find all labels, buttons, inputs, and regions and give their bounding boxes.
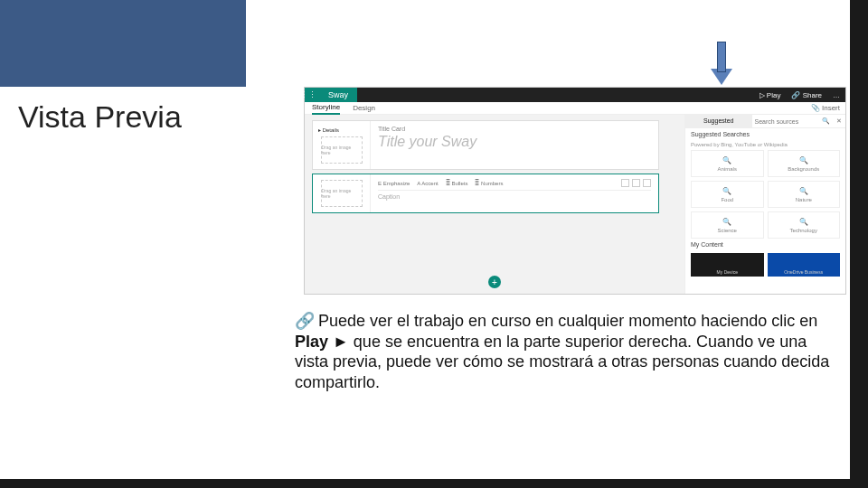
search-icon: 🔍: [722, 218, 731, 226]
sway-tabs: Storyline Design 📎 Insert: [305, 102, 845, 115]
panel-hint: Powered by Bing, YouTube or Wikipedia: [685, 139, 845, 150]
slide: Vista Previa ⋮⋮⋮ Sway ▷ Play 🔗 Share … S…: [0, 0, 850, 479]
suggested-item[interactable]: 🔍Science: [691, 211, 764, 239]
image-dropzone[interactable]: Drag an image here: [321, 136, 363, 164]
brand-label: Sway: [319, 88, 357, 102]
slide-body: 🔗Puede ver el trabajo en curso en cualqu…: [295, 311, 837, 392]
bullets-button[interactable]: ≣ Bullets: [446, 180, 468, 186]
search-icon: 🔍: [799, 187, 808, 195]
search-icon: 🔍: [799, 218, 808, 226]
suggested-item[interactable]: 🔍Animals: [691, 150, 764, 177]
suggested-item[interactable]: 🔍Backgrounds: [768, 150, 841, 177]
mycontent-onedrive[interactable]: OneDrive Business: [768, 253, 841, 277]
section-mycontent: My Content: [685, 239, 845, 249]
image-dropzone[interactable]: Drag an image here: [321, 180, 363, 207]
numbers-button[interactable]: ≣ Numbers: [475, 180, 503, 186]
accent-button[interactable]: A Accent: [417, 181, 438, 186]
text-toolbar: E Emphasize A Accent ≣ Bullets ≣ Numbers: [378, 179, 651, 191]
insert-button[interactable]: 📎 Insert: [811, 102, 840, 115]
share-button[interactable]: 🔗 Share: [786, 91, 827, 99]
text-card[interactable]: Drag an image here E Emphasize A Accent …: [312, 174, 659, 213]
insert-panel: Suggested Search sources 🔍 ✕ Suggested S…: [684, 115, 845, 294]
suggested-item[interactable]: 🔍Nature: [768, 181, 841, 208]
panel-tab-suggested[interactable]: Suggested: [685, 115, 752, 127]
add-card-button[interactable]: +: [488, 276, 501, 288]
pointer-arrow: [711, 42, 732, 85]
search-icon[interactable]: 🔍: [822, 117, 830, 125]
mycontent-device[interactable]: My Device: [691, 253, 764, 277]
sway-topbar: ⋮⋮⋮ Sway ▷ Play 🔗 Share …: [305, 88, 845, 102]
emphasize-button[interactable]: E Emphasize: [378, 181, 410, 186]
title-input[interactable]: Title your Sway: [378, 134, 651, 150]
title-card[interactable]: ▸ Details Drag an image here Title Card …: [312, 120, 659, 170]
suggested-item[interactable]: 🔍Technology: [768, 211, 841, 239]
delete-icon[interactable]: [643, 179, 651, 187]
search-icon: 🔍: [799, 156, 808, 164]
suggested-item[interactable]: 🔍Food: [691, 181, 764, 208]
search-icon: 🔍: [722, 156, 731, 164]
storyline-area: ▸ Details Drag an image here Title Card …: [305, 115, 684, 294]
tab-design[interactable]: Design: [353, 104, 375, 112]
sway-screenshot: ⋮⋮⋮ Sway ▷ Play 🔗 Share … Storyline Desi…: [304, 87, 846, 295]
right-strip: [850, 87, 868, 488]
bullet-icon: 🔗: [295, 312, 315, 330]
heading-icon[interactable]: [632, 179, 640, 187]
close-icon[interactable]: ✕: [833, 115, 845, 127]
card-label: Title Card: [378, 126, 651, 132]
section-suggested: Suggested Searches: [685, 128, 845, 139]
slide-title: Vista Previa: [18, 99, 182, 135]
caption-input[interactable]: Caption: [378, 193, 651, 200]
more-icon[interactable]: …: [827, 91, 845, 99]
details-toggle[interactable]: ▸ Details: [318, 127, 339, 133]
play-button[interactable]: ▷ Play: [754, 91, 787, 99]
search-input[interactable]: Search sources: [755, 118, 799, 125]
link-icon[interactable]: [621, 179, 629, 187]
search-icon: 🔍: [722, 187, 731, 195]
tab-storyline[interactable]: Storyline: [312, 102, 340, 115]
side-bar: [0, 0, 246, 87]
waffle-icon[interactable]: ⋮⋮⋮: [305, 88, 319, 102]
